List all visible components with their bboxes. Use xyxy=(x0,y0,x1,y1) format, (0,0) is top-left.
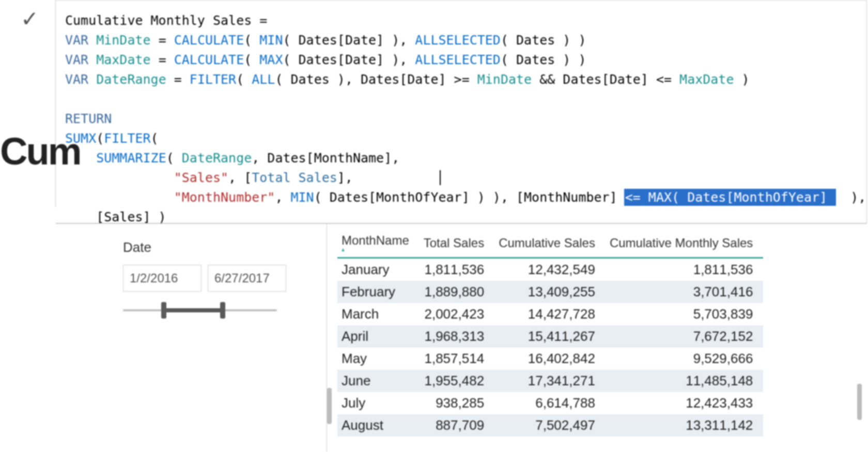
cell-value: 14,427,728 xyxy=(494,303,606,325)
cell-value: 7,672,152 xyxy=(606,325,763,348)
commit-check-icon[interactable]: ✓ xyxy=(21,6,39,32)
cell-month: July xyxy=(337,392,420,414)
table-row[interactable]: April1,968,31315,411,2677,672,152 xyxy=(337,325,763,348)
slicer-label: Date xyxy=(123,239,327,255)
cell-month: May xyxy=(337,348,420,370)
column-header[interactable]: Cumulative Sales xyxy=(494,229,606,258)
cell-value: 13,409,255 xyxy=(494,281,606,303)
report-canvas: Date 1/2/2016 6/27/2017 MonthNameTotal S… xyxy=(56,223,867,452)
date-slicer[interactable]: Date 1/2/2016 6/27/2017 xyxy=(56,224,327,452)
table-row[interactable]: March2,002,42314,427,7285,703,839 xyxy=(337,303,763,325)
cell-value: 1,955,482 xyxy=(420,370,494,392)
cell-month: April xyxy=(337,325,420,348)
slider-fill xyxy=(163,308,223,312)
column-header[interactable]: Cumulative Monthly Sales xyxy=(606,229,763,258)
cell-value: 9,529,666 xyxy=(606,348,763,370)
cell-month: January xyxy=(337,258,420,281)
table-row[interactable]: February1,889,88013,409,2553,701,416 xyxy=(337,281,763,303)
cell-value: 1,968,313 xyxy=(420,325,494,348)
cell-value: 7,502,497 xyxy=(494,414,606,436)
cell-value: 13,311,142 xyxy=(606,414,763,436)
cell-value: 1,857,514 xyxy=(420,348,494,370)
table-row[interactable]: July938,2856,614,78812,423,433 xyxy=(337,392,763,414)
cell-value: 11,485,148 xyxy=(606,370,763,392)
cell-value: 5,703,839 xyxy=(606,303,763,325)
table-row[interactable]: August887,7097,502,49713,311,142 xyxy=(337,414,763,436)
cell-value: 15,411,267 xyxy=(494,325,606,348)
cell-month: June xyxy=(337,370,420,392)
cell-value: 3,701,416 xyxy=(606,281,763,303)
scrollbar-right-thumb[interactable] xyxy=(857,384,862,420)
date-start-input[interactable]: 1/2/2016 xyxy=(123,265,202,292)
cell-value: 887,709 xyxy=(420,414,494,436)
formula-gutter: ✓ xyxy=(0,0,56,207)
cell-value: 1,889,880 xyxy=(420,281,494,303)
cell-value: 17,341,271 xyxy=(494,370,606,392)
cell-month: February xyxy=(337,281,420,303)
data-table[interactable]: MonthNameTotal SalesCumulative SalesCumu… xyxy=(327,224,867,452)
date-range-slider[interactable] xyxy=(123,300,277,321)
slider-handle-end[interactable] xyxy=(220,302,225,319)
formula-bar[interactable]: Cumulative Monthly Sales = VAR MinDate =… xyxy=(56,0,867,223)
slider-handle-start[interactable] xyxy=(161,302,166,319)
cell-value: 12,432,549 xyxy=(494,258,606,281)
column-header[interactable]: Total Sales xyxy=(420,229,494,258)
cell-month: March xyxy=(337,303,420,325)
cell-value: 1,811,536 xyxy=(606,258,763,281)
cell-value: 938,285 xyxy=(420,392,494,414)
table-row[interactable]: May1,857,51416,402,8429,529,666 xyxy=(337,348,763,370)
cell-month: August xyxy=(337,414,420,436)
cell-value: 1,811,536 xyxy=(420,258,494,281)
cell-value: 16,402,842 xyxy=(494,348,606,370)
date-end-input[interactable]: 6/27/2017 xyxy=(208,265,286,292)
scrollbar-left-thumb[interactable] xyxy=(327,388,332,424)
column-header[interactable]: MonthName xyxy=(337,229,420,258)
cell-value: 2,002,423 xyxy=(420,303,494,325)
cell-value: 6,614,788 xyxy=(494,392,606,414)
cell-value: 12,423,433 xyxy=(606,392,763,414)
table-row[interactable]: January1,811,53612,432,5491,811,536 xyxy=(337,258,763,281)
table-row[interactable]: June1,955,48217,341,27111,485,148 xyxy=(337,370,763,392)
